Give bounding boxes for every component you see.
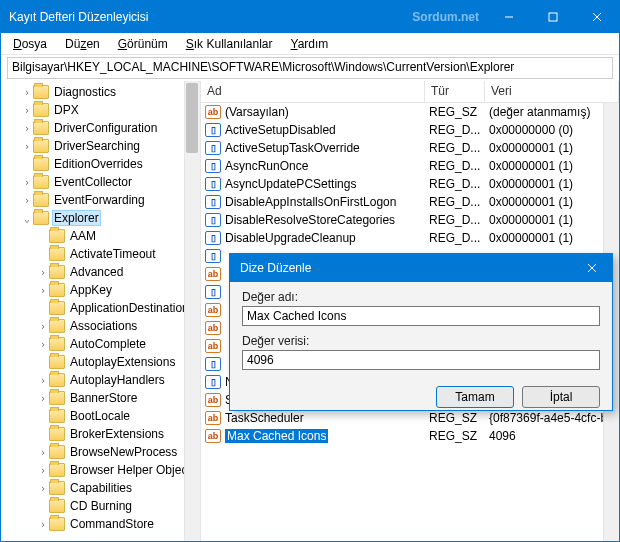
chevron-right-icon[interactable]: › [21,123,33,134]
chevron-right-icon[interactable]: › [21,141,33,152]
tree-item[interactable]: ActivateTimeout [1,245,200,263]
tree-item-label: EventCollector [52,175,134,189]
tree-item[interactable]: ›AutoplayHandlers [1,371,200,389]
value-type: REG_SZ [425,411,485,425]
tree-item[interactable]: ›Associations [1,317,200,335]
tree-item[interactable]: ›EventForwarding [1,191,200,209]
chevron-right-icon[interactable]: › [37,285,49,296]
menubar: Dosya Düzen Görünüm Sık Kullanılanlar Ya… [1,33,619,55]
chevron-right-icon[interactable]: › [21,177,33,188]
list-row[interactable]: ▯AsyncRunOnceREG_D...0x00000001 (1) [201,157,619,175]
menu-file[interactable]: Dosya [5,35,55,53]
string-value-icon: ab [205,321,221,335]
chevron-right-icon[interactable]: › [37,483,49,494]
tree-item[interactable]: ›BannerStore [1,389,200,407]
menu-help[interactable]: Yardım [283,35,337,53]
folder-icon [49,409,65,423]
list-row[interactable]: ▯ActiveSetupDisabledREG_D...0x00000000 (… [201,121,619,139]
tree-item-label: Capabilities [68,481,134,495]
close-button[interactable] [575,1,619,33]
tree-item[interactable]: ›AppKey [1,281,200,299]
tree-pane[interactable]: ›Diagnostics›DPX›DriverConfiguration›Dri… [1,81,201,541]
menu-edit[interactable]: Düzen [57,35,108,53]
value-data: 4096 [485,429,619,443]
chevron-right-icon[interactable]: › [37,465,49,476]
tree-item[interactable]: EditionOverrides [1,155,200,173]
minimize-button[interactable] [487,1,531,33]
tree-item[interactable]: ›BrowseNewProcess [1,443,200,461]
list-row[interactable]: ▯DisableAppInstallsOnFirstLogonREG_D...0… [201,193,619,211]
binary-value-icon: ▯ [205,249,221,263]
col-data[interactable]: Veri [485,81,619,102]
tree-item[interactable]: ›Advanced [1,263,200,281]
list-row[interactable]: abMax Cached IconsREG_SZ4096 [201,427,619,445]
tree-item[interactable]: ›Browser Helper Objects [1,461,200,479]
col-type[interactable]: Tür [425,81,485,102]
string-value-icon: ab [205,303,221,317]
chevron-right-icon[interactable]: › [37,321,49,332]
list-row[interactable]: ▯DisableUpgradeCleanupREG_D...0x00000001… [201,229,619,247]
folder-icon [33,103,49,117]
list-row[interactable]: ▯DisableResolveStoreCategoriesREG_D...0x… [201,211,619,229]
string-value-icon: ab [205,393,221,407]
tree-item[interactable]: ApplicationDestinations [1,299,200,317]
folder-icon [33,193,49,207]
list-row[interactable]: abTaskSchedulerREG_SZ{0f87369f-a4e5-4cfc… [201,409,619,427]
value-name-input[interactable] [242,306,600,326]
chevron-right-icon[interactable]: › [37,393,49,404]
menu-view[interactable]: Görünüm [110,35,176,53]
value-data-input[interactable] [242,350,600,370]
string-value-icon: ab [205,105,221,119]
list-row[interactable]: ab(Varsayılan)REG_SZ(değer atanmamış) [201,103,619,121]
tree-item[interactable]: AAM [1,227,200,245]
chevron-right-icon[interactable]: › [21,87,33,98]
tree-item-label: BannerStore [68,391,139,405]
chevron-right-icon[interactable]: › [21,105,33,116]
chevron-right-icon[interactable]: › [37,519,49,530]
tree-item[interactable]: ›DPX [1,101,200,119]
chevron-down-icon[interactable]: ⌄ [21,213,33,224]
tree-item[interactable]: ›EventCollector [1,173,200,191]
tree-scrollbar[interactable] [184,81,200,541]
maximize-button[interactable] [531,1,575,33]
binary-value-icon: ▯ [205,177,221,191]
tree-item[interactable]: ›CommandStore [1,515,200,533]
ok-button[interactable]: Tamam [436,386,514,408]
chevron-right-icon[interactable]: › [37,267,49,278]
tree-item[interactable]: ›DriverSearching [1,137,200,155]
value-type: REG_SZ [425,105,485,119]
value-type: REG_SZ [425,429,485,443]
folder-icon [49,463,65,477]
dialog-close-button[interactable] [572,254,612,282]
tree-item-label: BrokerExtensions [68,427,166,441]
tree-item-label: AAM [68,229,98,243]
chevron-right-icon[interactable]: › [37,339,49,350]
cancel-button[interactable]: İptal [522,386,600,408]
folder-icon [49,265,65,279]
string-value-icon: ab [205,267,221,281]
chevron-right-icon[interactable]: › [37,375,49,386]
chevron-right-icon[interactable]: › [37,447,49,458]
tree-item[interactable]: ⌄Explorer [1,209,200,227]
tree-item[interactable]: AutoplayExtensions [1,353,200,371]
menu-favorites[interactable]: Sık Kullanılanlar [178,35,281,53]
value-data: 0x00000000 (0) [485,123,619,137]
list-row[interactable]: ▯AsyncUpdatePCSettingsREG_D...0x00000001… [201,175,619,193]
list-row[interactable]: ▯ActiveSetupTaskOverrideREG_D...0x000000… [201,139,619,157]
folder-icon [49,373,65,387]
tree-item[interactable]: BootLocale [1,407,200,425]
col-name[interactable]: Ad [201,81,425,102]
tree-scrollbar-thumb[interactable] [186,83,198,153]
tree-item[interactable]: ›Diagnostics [1,83,200,101]
value-data: 0x00000001 (1) [485,195,619,209]
tree-item[interactable]: ›AutoComplete [1,335,200,353]
tree-item[interactable]: ›Capabilities [1,479,200,497]
value-data: {0f87369f-a4e5-4cfc-b [485,411,619,425]
tree-item[interactable]: ›DriverConfiguration [1,119,200,137]
address-bar[interactable]: Bilgisayar\HKEY_LOCAL_MACHINE\SOFTWARE\M… [7,57,613,79]
chevron-right-icon[interactable]: › [21,195,33,206]
tree-item[interactable]: BrokerExtensions [1,425,200,443]
folder-icon [33,139,49,153]
tree-item[interactable]: CD Burning [1,497,200,515]
binary-value-icon: ▯ [205,357,221,371]
